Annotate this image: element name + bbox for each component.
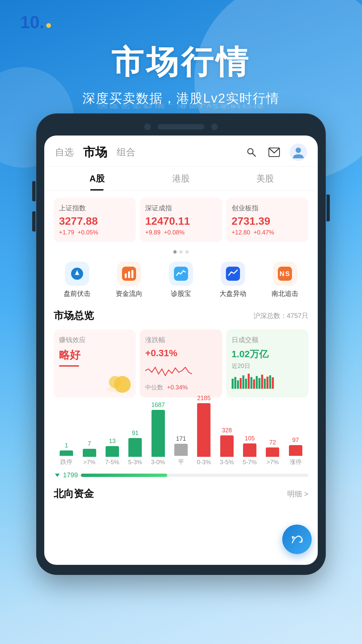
rjiao-bar-chart [232, 372, 275, 389]
quick-label-zijin: 资金流向 [116, 289, 142, 298]
svg-rect-12 [226, 267, 240, 281]
quick-label-dapan: 大盘异动 [220, 289, 246, 298]
svg-point-4 [291, 145, 306, 160]
index-cyb-name: 创业板指 [232, 204, 303, 213]
ov-zhangdie-title: 涨跌幅 [145, 335, 217, 344]
bar-col: 7>7% [78, 440, 101, 466]
overview-title: 市场总览 [54, 309, 94, 323]
svg-point-18 [106, 387, 130, 392]
bar-bottom-label: 7-5% [105, 459, 119, 466]
index-card-sz[interactable]: 深证成指 12470.11 +9.89 +0.08% [140, 198, 222, 242]
distribution-bar-chart: 1跌停7>7%137-5%915-3%16873-0%171平21850-3%3… [44, 400, 318, 469]
mail-button[interactable] [267, 145, 282, 160]
index-sz-change: +9.89 +0.08% [145, 229, 217, 236]
app-logo: 10. [20, 13, 342, 31]
fab-button[interactable] [282, 525, 312, 554]
carousel-dots [44, 250, 318, 254]
index-cyb-value: 2731.39 [232, 215, 303, 227]
nav-shichang[interactable]: 市场 [83, 144, 107, 161]
north-fund-more[interactable]: 明细 > [287, 489, 308, 499]
svg-text:N: N [280, 270, 284, 277]
search-button[interactable] [244, 145, 259, 160]
overview-subtitle: 沪深总数：4757只 [253, 311, 309, 320]
svg-rect-9 [128, 271, 130, 278]
hero-subtitle-mirror: 深度买卖数据，港股Lv2实时行情 [20, 102, 342, 110]
bar-top-label: 328 [222, 427, 232, 434]
ov-card-zhangdie[interactable]: 涨跌幅 +0.31% 中位数 +0.34% [140, 329, 222, 397]
quick-label-nanbei: 南北追击 [272, 289, 298, 298]
bar-element [174, 444, 188, 456]
phone-screen: 自选 市场 组合 [44, 136, 318, 565]
header-icons [244, 144, 307, 161]
progress-bar-row: 1799 [44, 469, 318, 482]
bar-bottom-label: 平 [178, 458, 184, 466]
index-card-sh[interactable]: 上证指数 3277.88 +1.79 +0.05% [54, 198, 136, 242]
index-cards: 上证指数 3277.88 +1.79 +0.05% 深证成指 12470.11 … [44, 191, 318, 249]
svg-rect-27 [253, 379, 255, 389]
volume-up-button [32, 181, 36, 201]
quick-icon-panqian[interactable]: 盘前伏击 [51, 262, 103, 298]
bar-element [197, 403, 210, 457]
quick-icon-dapan[interactable]: 大盘异动 [207, 262, 259, 298]
ov-card-zhiqian[interactable]: 赚钱效应 略好 [54, 329, 136, 397]
nav-zixuan[interactable]: 自选 [55, 146, 74, 159]
ov-card-rjiao[interactable]: 日成交额 1.02万亿 近20日 [226, 329, 308, 397]
svg-rect-22 [240, 378, 242, 389]
svg-rect-33 [269, 375, 271, 389]
bar-element [266, 447, 279, 457]
volume-down-button [32, 211, 36, 231]
mini-line-chart [145, 361, 192, 381]
tab-a-stock[interactable]: A股 [55, 167, 139, 191]
app-header: 自选 市场 组合 [44, 136, 318, 167]
bar-bottom-label: 涨停 [290, 458, 302, 466]
ov-rjiao-value: 1.02万亿 [232, 348, 303, 361]
nav-zuhe[interactable]: 组合 [117, 146, 135, 159]
index-sz-name: 深证成指 [145, 204, 217, 213]
bar-element [152, 410, 165, 457]
hero-title: 市场行情 [20, 41, 342, 85]
bar-element [106, 446, 119, 457]
svg-point-17 [109, 376, 121, 388]
front-camera [144, 123, 151, 130]
dot-2 [179, 250, 183, 254]
bar-element [243, 443, 256, 457]
tab-hk-stock[interactable]: 港股 [139, 167, 223, 191]
front-sensor [211, 123, 218, 130]
ov-zhiqian-title: 赚钱效应 [59, 335, 130, 344]
avatar-button[interactable] [290, 144, 307, 161]
bar-col: 16873-0% [146, 401, 169, 466]
svg-rect-32 [266, 377, 268, 389]
bar-element [60, 450, 73, 456]
svg-rect-24 [245, 379, 247, 389]
bar-col: 97涨停 [284, 437, 307, 466]
bar-bottom-label: 3-5% [220, 459, 234, 466]
bar-element [220, 435, 234, 457]
bar-element [128, 438, 142, 457]
svg-rect-20 [234, 377, 236, 389]
index-cyb-change: +12.80 +0.47% [232, 229, 303, 236]
bar-bottom-label: >7% [83, 459, 96, 466]
index-sh-value: 3277.88 [59, 215, 130, 227]
bar-col: 137-5% [101, 438, 124, 466]
tab-us-stock[interactable]: 美股 [223, 167, 307, 191]
quick-icon-zijin[interactable]: 资金流向 [103, 262, 155, 298]
svg-rect-8 [125, 273, 127, 278]
ov-zhangdie-value: +0.31% [145, 348, 217, 359]
quick-label-zhengubao: 诊股宝 [171, 289, 191, 298]
bar-col: 915-3% [124, 430, 146, 466]
bar-bottom-label: 5-3% [128, 459, 142, 466]
bar-col: 171平 [170, 435, 192, 466]
bar-bottom-label: 跌停 [60, 458, 72, 466]
svg-rect-10 [131, 270, 133, 278]
svg-rect-26 [250, 377, 252, 389]
logo-dot [46, 23, 51, 28]
index-sh-change: +1.79 +0.05% [59, 229, 130, 236]
index-sz-value: 12470.11 [145, 215, 217, 227]
bar-bottom-label: 5-7% [243, 459, 257, 466]
bar-top-label: 1 [65, 442, 68, 449]
index-card-cyb[interactable]: 创业板指 2731.39 +12.80 +0.47% [226, 198, 308, 242]
bar-top-label: 2185 [197, 395, 210, 402]
quick-icon-nanbei[interactable]: N S 南北追击 [259, 262, 311, 298]
median-label: 中位数 +0.34% [145, 383, 217, 391]
quick-icon-zhengubao[interactable]: 诊股宝 [155, 262, 207, 298]
